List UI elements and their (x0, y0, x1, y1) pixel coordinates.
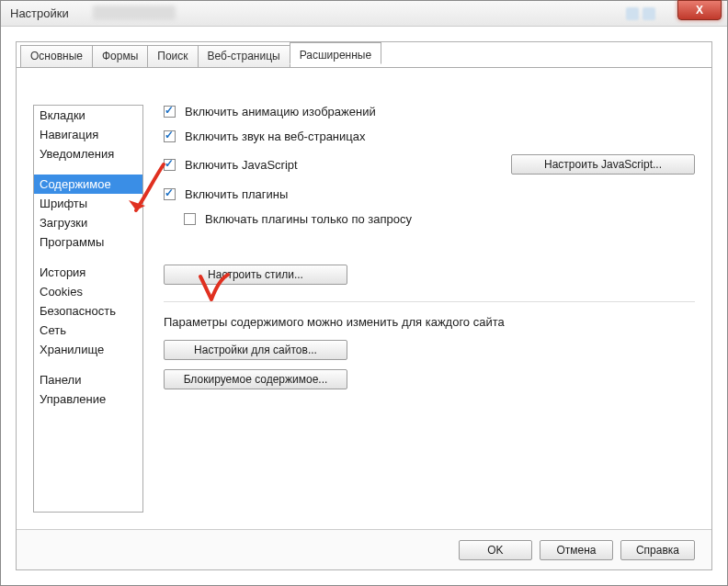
check-plugins-ondemand-label: Включать плагины только по запросу (205, 212, 412, 226)
close-icon: X (696, 4, 703, 17)
check-js-row: Включить JavaScript (164, 158, 298, 172)
sites-desc: Параметры содержимого можно изменить для… (164, 315, 695, 329)
settings-window: Настройки X Основные Формы Поиск Веб-стр… (0, 0, 728, 586)
check-animation-row: Включить анимацию изображений (164, 105, 695, 118)
cancel-button[interactable]: Отмена (540, 540, 613, 560)
sidebar-item-storage[interactable]: Хранилище (34, 340, 142, 359)
sidebar: Вкладки Навигация Уведомления Содержимое… (33, 105, 143, 513)
blocked-content-button[interactable]: Блокируемое содержимое... (164, 369, 347, 389)
js-row: Включить JavaScript Настроить JavaScript… (164, 154, 695, 175)
sidebar-item-fonts[interactable]: Шрифты (34, 194, 142, 213)
sidebar-item-programs[interactable]: Программы (34, 232, 142, 252)
tabs-wrap: Основные Формы Поиск Веб-страницы Расшир… (17, 42, 711, 68)
check-plugins-row: Включить плагины (164, 187, 695, 201)
sidebar-item-history[interactable]: История (34, 263, 142, 282)
sidebar-item-content[interactable]: Содержимое (34, 175, 142, 194)
titlebar-blur (93, 6, 176, 20)
main-pane: Включить анимацию изображений Включить з… (164, 105, 695, 513)
check-animation-label: Включить анимацию изображений (185, 105, 376, 118)
sidebar-item-security[interactable]: Безопасность (34, 301, 142, 321)
site-settings-button[interactable]: Настройки для сайтов... (164, 340, 347, 360)
tab-webpages[interactable]: Веб-страницы (198, 45, 290, 67)
sidebar-item-management[interactable]: Управление (34, 389, 142, 409)
sidebar-item-network[interactable]: Сеть (34, 321, 142, 340)
separator (164, 301, 695, 302)
window-title: Настройки (10, 6, 69, 20)
tab-search[interactable]: Поиск (147, 45, 198, 67)
sidebar-item-downloads[interactable]: Загрузки (34, 213, 142, 232)
tab-basic[interactable]: Основные (20, 45, 93, 67)
check-sound-label: Включить звук на веб-страницах (185, 130, 365, 143)
check-sound-row: Включить звук на веб-страницах (164, 130, 695, 143)
configure-js-button[interactable]: Настроить JavaScript... (511, 154, 695, 175)
check-sound[interactable] (164, 130, 176, 142)
check-plugins[interactable] (164, 188, 176, 200)
close-button[interactable]: X (677, 0, 722, 20)
sidebar-item-tabs[interactable]: Вкладки (34, 106, 142, 125)
titlebar-icons (626, 7, 663, 20)
check-js[interactable] (164, 159, 176, 171)
tab-advanced[interactable]: Расширенные (290, 42, 382, 64)
panel-body: Вкладки Навигация Уведомления Содержимое… (17, 68, 711, 529)
sidebar-item-cookies[interactable]: Cookies (34, 282, 142, 301)
content-frame: Основные Формы Поиск Веб-страницы Расшир… (16, 41, 712, 570)
ok-button[interactable]: OK (459, 540, 532, 560)
titlebar: Настройки X (1, 1, 727, 27)
tab-strip: Основные Формы Поиск Веб-страницы Расшир… (20, 41, 381, 63)
check-plugins-ondemand[interactable] (184, 213, 196, 225)
check-plugins-ondemand-row: Включать плагины только по запросу (184, 212, 695, 226)
dialog-footer: OK Отмена Справка (17, 529, 711, 569)
sidebar-item-panels[interactable]: Панели (34, 370, 142, 389)
sidebar-item-navigation[interactable]: Навигация (34, 125, 142, 144)
check-js-label: Включить JavaScript (185, 158, 298, 172)
help-button[interactable]: Справка (620, 540, 695, 560)
check-animation[interactable] (164, 106, 176, 118)
tab-forms[interactable]: Формы (92, 45, 148, 67)
configure-styles-button[interactable]: Настроить стили... (164, 265, 347, 285)
check-plugins-label: Включить плагины (185, 187, 288, 201)
sidebar-item-notifications[interactable]: Уведомления (34, 144, 142, 163)
